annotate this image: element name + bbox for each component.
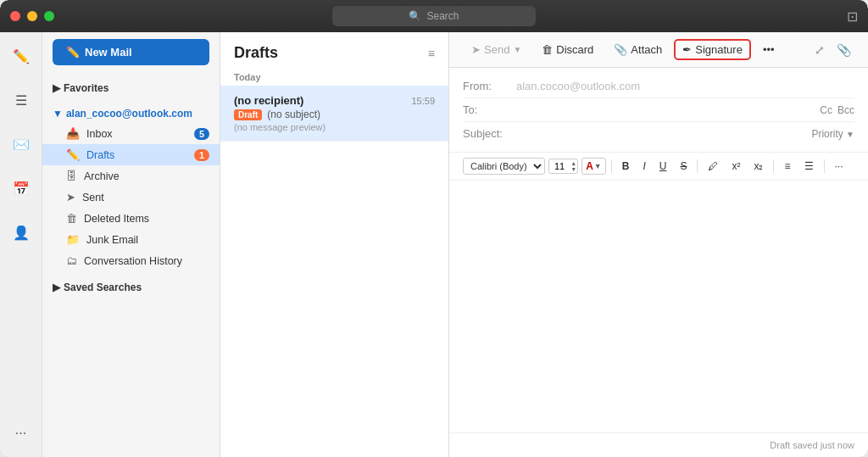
font-size-value: 11 <box>549 159 570 173</box>
discard-button[interactable]: 🗑 Discard <box>533 39 602 60</box>
maximize-button[interactable] <box>44 11 54 21</box>
filter-icon[interactable]: ≡ <box>428 47 435 60</box>
subject-field: Subject: Priority ▼ <box>463 122 854 145</box>
titlebar: 🔍 Search ⊡ <box>0 0 868 32</box>
folder-label-sent: Sent <box>82 192 104 203</box>
chevron-right-icon: ▶ <box>53 82 60 94</box>
compose-footer: Draft saved just now <box>449 432 868 457</box>
folder-item-inbox[interactable]: 📥 Inbox 5 <box>42 123 220 144</box>
history-icon: 🗂 <box>66 254 77 267</box>
signature-pen-icon: ✒ <box>682 43 692 56</box>
account-header[interactable]: ▼ alan_cocoo@outlook.com <box>42 104 220 123</box>
attach-side-icon[interactable]: 📎 <box>833 40 854 60</box>
compose-body[interactable] <box>449 181 868 432</box>
mail-subject: (no subject) <box>267 109 320 120</box>
separator-4 <box>824 159 825 173</box>
mail-nav-btn[interactable]: ✉️ <box>8 131 35 158</box>
search-bar[interactable]: 🔍 Search <box>332 6 536 26</box>
send-button[interactable]: ➤ Send ▼ <box>463 39 530 60</box>
mail-icon: ✉️ <box>13 137 30 153</box>
from-field: From: alan.cocoo@outlook.com <box>463 75 854 98</box>
font-size-arrows: ▲ ▼ <box>570 159 577 173</box>
bold-button[interactable]: B <box>617 158 635 175</box>
main-layout: ✏️ ☰ ✉️ 📅 👤 ··· ✏️ New Mail <box>0 32 868 457</box>
discard-label: Discard <box>556 43 593 56</box>
folder-label-junk: Junk Email <box>86 234 138 246</box>
favorites-header[interactable]: ▶ Favorites <box>42 79 220 98</box>
favorites-section: ▶ Favorites <box>42 75 220 101</box>
chevron-right-saved-icon: ▶ <box>53 281 60 293</box>
drafts-icon: ✏️ <box>66 148 80 161</box>
to-label: To: <box>463 103 509 116</box>
signature-label: Signature <box>695 43 743 56</box>
saved-searches-header[interactable]: ▶ Saved Searches <box>42 278 220 297</box>
compose-icon-btn[interactable]: ✏️ <box>8 42 35 70</box>
to-field[interactable]: To: Cc Bcc <box>463 98 854 122</box>
draft-tag: Draft <box>234 109 262 120</box>
inbox-badge: 5 <box>194 128 209 140</box>
font-color-button[interactable]: A ▼ <box>581 158 606 175</box>
new-mail-button[interactable]: ✏️ New Mail <box>53 39 209 65</box>
more-button[interactable]: ••• <box>754 39 783 60</box>
mail-item[interactable]: (no recipient) 15:59 Draft (no subject) … <box>220 86 448 142</box>
new-mail-icon: ✏️ <box>66 46 80 59</box>
folder-sidebar: ✏️ New Mail ▶ Favorites ▼ alan_cocoo@out… <box>42 32 220 457</box>
attach-label: Attach <box>631 43 662 56</box>
priority-chevron-icon: ▼ <box>846 130 854 139</box>
new-mail-label: New Mail <box>85 46 132 59</box>
a-color-icon: A <box>586 160 593 172</box>
close-button[interactable] <box>10 11 20 21</box>
mail-time: 15:59 <box>411 96 435 106</box>
folder-item-junk[interactable]: 📁 Junk Email <box>42 229 220 250</box>
mail-list: Drafts ≡ Today (no recipient) 15:59 Draf… <box>220 32 449 457</box>
folder-item-drafts[interactable]: ✏️ Drafts 1 <box>42 144 220 165</box>
calendar-icon: 📅 <box>13 181 30 197</box>
discard-icon: 🗑 <box>542 43 553 56</box>
folder-label-drafts: Drafts <box>86 149 114 161</box>
superscript-button[interactable]: x² <box>726 158 745 175</box>
strikethrough-button[interactable]: S <box>675 158 692 175</box>
signature-button[interactable]: ✒ Signature <box>674 39 751 60</box>
font-size-up[interactable]: ▲ <box>570 160 576 166</box>
mail-sender: (no recipient) <box>234 94 303 107</box>
contacts-nav-btn[interactable]: 👤 <box>8 219 35 246</box>
expand-icon[interactable]: ⤢ <box>811 40 828 60</box>
minimize-button[interactable] <box>27 11 37 21</box>
folder-item-archive[interactable]: 🗄 Archive <box>42 165 220 187</box>
mail-list-title: Drafts <box>234 44 278 62</box>
priority-control[interactable]: Priority ▼ <box>811 128 854 140</box>
font-family-select[interactable]: Calibri (Body) <box>463 158 545 175</box>
folder-item-deleted[interactable]: 🗑 Deleted Items <box>42 208 220 229</box>
subscript-button[interactable]: x₂ <box>748 158 768 175</box>
app-window: 🔍 Search ⊡ ✏️ ☰ ✉️ 📅 👤 · <box>0 0 868 457</box>
bullets-button[interactable]: ≡ <box>779 158 795 175</box>
subject-label: Subject: <box>463 127 503 140</box>
more-format-button[interactable]: ··· <box>830 158 849 175</box>
underline-button[interactable]: U <box>654 158 672 175</box>
cc-label[interactable]: Cc <box>820 104 832 116</box>
bcc-label[interactable]: Bcc <box>837 104 854 116</box>
calendar-nav-btn[interactable]: 📅 <box>8 175 35 202</box>
send-icon: ➤ <box>471 43 481 56</box>
trash-icon: 🗑 <box>66 212 77 225</box>
highlight-button[interactable]: 🖊 <box>703 158 723 175</box>
attach-icon: 📎 <box>614 43 627 56</box>
attach-button[interactable]: 📎 Attach <box>605 39 670 60</box>
send-label: Send <box>484 43 509 56</box>
from-value: alan.cocoo@outlook.com <box>516 80 854 92</box>
more-nav-btn[interactable]: ··· <box>8 420 35 447</box>
separator-3 <box>773 159 774 173</box>
folder-label-deleted: Deleted Items <box>84 213 149 225</box>
date-group-today: Today <box>220 69 448 86</box>
mail-preview: (no message preview) <box>234 122 435 132</box>
color-chevron-icon: ▼ <box>594 162 602 170</box>
hamburger-btn[interactable]: ☰ <box>8 86 35 114</box>
mail-item-row1: (no recipient) 15:59 <box>234 94 435 107</box>
folder-item-conversation-history[interactable]: 🗂 Conversation History <box>42 250 220 271</box>
font-size-down[interactable]: ▼ <box>570 166 576 172</box>
folder-item-sent[interactable]: ➤ Sent <box>42 187 220 208</box>
titlebar-right: ⊡ <box>847 8 858 25</box>
italic-button[interactable]: I <box>637 158 650 175</box>
draft-saved-status: Draft saved just now <box>770 440 854 450</box>
numbering-button[interactable]: ☰ <box>799 158 819 175</box>
